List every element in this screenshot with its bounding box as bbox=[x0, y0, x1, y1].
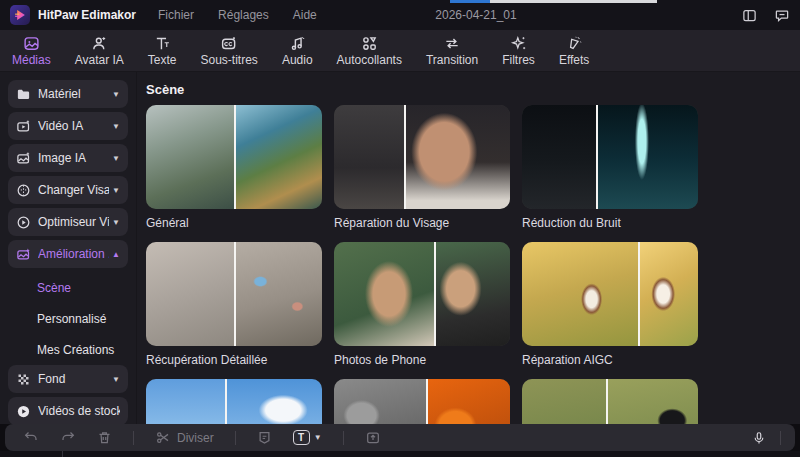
tab-medias[interactable]: Médias bbox=[12, 35, 51, 67]
split-button[interactable]: Diviser bbox=[155, 430, 214, 445]
tab-texte[interactable]: Texte bbox=[148, 35, 177, 67]
undo-button[interactable] bbox=[23, 430, 39, 445]
sidebar-item-label: Matériel bbox=[38, 87, 109, 101]
after-half bbox=[434, 242, 510, 346]
section-title: Scène bbox=[146, 82, 800, 97]
sidebar-item-fond[interactable]: Fond ▼ bbox=[8, 365, 128, 393]
before-half bbox=[146, 242, 234, 346]
sidebar-item-label: Changer Visa... bbox=[38, 183, 109, 197]
thumbnail-before-after bbox=[522, 379, 698, 424]
sidebar-item-amelioration[interactable]: Amélioration ... ▲ bbox=[8, 240, 128, 268]
sidebar-subitem-mes-creations[interactable]: Mes Créations bbox=[0, 334, 136, 365]
face-swap-icon bbox=[16, 183, 32, 198]
marker-badge-icon[interactable] bbox=[257, 430, 272, 445]
app-logo-icon bbox=[10, 5, 30, 25]
sidebar-item-label: Fond bbox=[38, 372, 109, 386]
stock-video-icon bbox=[16, 404, 32, 419]
after-half bbox=[606, 379, 698, 424]
card-photos-de-phone[interactable]: Photos de Phone bbox=[334, 242, 510, 367]
card-row3-1[interactable] bbox=[146, 379, 322, 424]
before-half bbox=[522, 242, 638, 346]
optimizer-icon bbox=[16, 215, 32, 230]
tab-label: Avatar IA bbox=[75, 54, 124, 67]
progress-blue-segment bbox=[450, 0, 490, 3]
transition-icon bbox=[443, 35, 461, 52]
top-progress-bar bbox=[450, 0, 657, 3]
after-half bbox=[638, 242, 698, 346]
split-line bbox=[234, 105, 236, 209]
tab-transition[interactable]: Transition bbox=[426, 35, 478, 67]
split-button-label: Diviser bbox=[177, 431, 214, 445]
sidebar-item-videos-de-stock[interactable]: Vidéos de stock bbox=[8, 397, 128, 424]
microphone-icon[interactable] bbox=[752, 430, 766, 446]
before-half bbox=[146, 105, 234, 209]
card-reparation-aigc[interactable]: Réparation AIGC bbox=[522, 242, 698, 367]
sidebar-item-label: Vidéo IA bbox=[38, 119, 109, 133]
thumbnail-before-after bbox=[522, 105, 698, 209]
export-to-timeline-button[interactable] bbox=[365, 430, 381, 445]
toolbar-divider bbox=[780, 431, 781, 445]
sidebar-item-materiel[interactable]: Matériel ▼ bbox=[8, 80, 128, 108]
redo-button[interactable] bbox=[60, 430, 76, 445]
effects-icon bbox=[566, 35, 583, 52]
card-row3-3[interactable] bbox=[522, 379, 698, 424]
sidebar-item-changer-visage[interactable]: Changer Visa... ▼ bbox=[8, 176, 128, 204]
split-line bbox=[606, 379, 608, 424]
sidebar-subitem-personnalise[interactable]: Personnalisé bbox=[0, 303, 136, 334]
tab-filtres[interactable]: Filtres bbox=[502, 35, 535, 67]
sidebar-item-image-ia[interactable]: Image IA ▼ bbox=[8, 144, 128, 172]
sidebar-item-optimiseur-video[interactable]: Optimiseur Vi... ▼ bbox=[8, 208, 128, 236]
chevron-down-icon: ▼ bbox=[112, 154, 120, 163]
card-label: Récupération Détaillée bbox=[146, 353, 322, 367]
menu-reglages[interactable]: Réglages bbox=[218, 8, 269, 22]
after-half bbox=[596, 105, 698, 209]
tab-audio[interactable]: Audio bbox=[282, 35, 313, 67]
card-label: Réparation AIGC bbox=[522, 353, 698, 367]
menu-aide[interactable]: Aide bbox=[293, 8, 317, 22]
thumbnail-before-after bbox=[334, 242, 510, 346]
progress-white-segment bbox=[490, 0, 657, 3]
split-line bbox=[225, 379, 227, 424]
toolbar-divider bbox=[343, 431, 344, 445]
sidebar-item-label: Vidéos de stock bbox=[38, 404, 120, 418]
thumbnail-before-after bbox=[522, 242, 698, 346]
tab-autocollants[interactable]: Autocollants bbox=[337, 35, 402, 67]
app-title: HitPaw Edimakor bbox=[38, 8, 136, 22]
after-half bbox=[426, 379, 510, 424]
text-tool-button[interactable]: T ▼ bbox=[293, 430, 322, 445]
project-name: 2026-04-21_01 bbox=[396, 8, 556, 22]
after-half bbox=[234, 242, 322, 346]
content-panel: Scène Général Réparation du Visage bbox=[137, 72, 800, 424]
filters-icon bbox=[510, 35, 527, 52]
sidebar-subitem-scene[interactable]: Scène bbox=[0, 272, 136, 303]
chevron-down-icon: ▼ bbox=[112, 122, 120, 131]
thumbnail-before-after bbox=[334, 105, 510, 209]
card-recuperation-detaillee[interactable]: Récupération Détaillée bbox=[146, 242, 322, 367]
toolbar-divider bbox=[235, 431, 236, 445]
tab-effets[interactable]: Effets bbox=[559, 35, 589, 67]
folder-icon bbox=[16, 87, 32, 102]
main-area: Matériel ▼ Vidéo IA ▼ Image IA ▼ bbox=[0, 72, 800, 424]
thumbnail-before-after bbox=[146, 105, 322, 209]
before-half bbox=[522, 379, 606, 424]
sidebar-item-video-ia[interactable]: Vidéo IA ▼ bbox=[8, 112, 128, 140]
card-reparation-visage[interactable]: Réparation du Visage bbox=[334, 105, 510, 230]
menu-fichier[interactable]: Fichier bbox=[158, 8, 194, 22]
after-half bbox=[225, 379, 322, 424]
top-tabbar: Médias Avatar IA Texte Sous-titres bbox=[0, 30, 800, 72]
enhance-icon bbox=[16, 247, 32, 262]
feedback-comment-icon[interactable] bbox=[774, 8, 790, 23]
tab-label: Filtres bbox=[502, 54, 535, 67]
sidebar-item-label: Amélioration ... bbox=[38, 247, 109, 261]
tab-sous-titres[interactable]: Sous-titres bbox=[201, 35, 258, 67]
card-general[interactable]: Général bbox=[146, 105, 322, 230]
layout-panel-icon[interactable] bbox=[741, 8, 758, 23]
delete-button[interactable] bbox=[97, 430, 112, 445]
tab-label: Médias bbox=[12, 54, 51, 67]
text-icon bbox=[154, 35, 171, 52]
tab-avatar-ia[interactable]: Avatar IA bbox=[75, 35, 124, 67]
tab-label: Autocollants bbox=[337, 54, 402, 67]
card-reduction-bruit[interactable]: Réduction du Bruit bbox=[522, 105, 698, 230]
split-line bbox=[404, 105, 406, 209]
card-row3-2[interactable] bbox=[334, 379, 510, 424]
